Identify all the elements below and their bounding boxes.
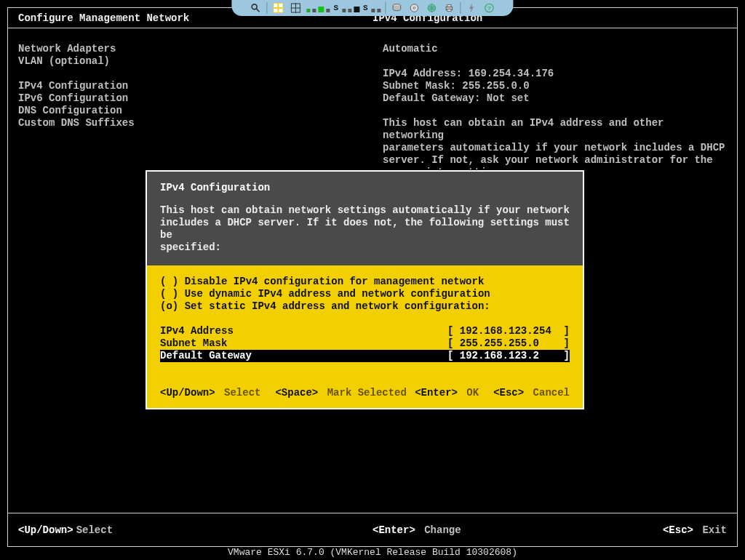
footer-enter-key: <Enter> <box>372 524 415 536</box>
svg-rect-3 <box>274 4 277 7</box>
svg-line-1 <box>256 9 259 12</box>
info-mode: Automatic <box>383 43 727 55</box>
status-bar: VMware ESXi 6.7.0 (VMKernel Release Buil… <box>0 547 745 560</box>
action-space-label: Mark Selected <box>327 387 407 399</box>
globe-icon[interactable] <box>426 1 439 15</box>
info-gateway: Default Gateway: Not set <box>383 92 727 105</box>
radio-dynamic-ipv4[interactable]: ( ) Use dynamic IPv4 address and network… <box>160 288 570 300</box>
menu-item[interactable]: Custom DNS Suffixes <box>18 117 362 129</box>
action-updown-label: Select <box>224 387 260 399</box>
action-esc-label: Cancel <box>533 387 570 399</box>
info-help: server. If not, ask your network adminis… <box>383 154 727 167</box>
action-space-key: <Space> <box>275 387 318 399</box>
svg-point-12 <box>413 7 415 9</box>
dialog-desc: specified: <box>160 241 570 254</box>
info-ipv4: IPv4 Address: 169.254.34.176 <box>383 68 727 80</box>
magnifier-icon[interactable] <box>249 1 262 15</box>
info-mask: Subnet Mask: 255.255.0.0 <box>383 80 727 92</box>
menu-item[interactable]: Network Adapters <box>18 43 362 55</box>
svg-rect-16 <box>447 9 451 12</box>
action-esc-key: <Esc> <box>493 387 524 399</box>
footer-enter-label: Change <box>424 524 461 536</box>
svg-rect-15 <box>447 5 451 7</box>
ipv4-config-dialog: IPv4 Configuration This host can obtain … <box>146 170 584 409</box>
svg-rect-5 <box>274 9 277 12</box>
snap-icon[interactable] <box>289 1 302 15</box>
info-help: This host can obtain an IPv4 address and… <box>383 117 727 142</box>
lightning-icon[interactable] <box>466 1 479 15</box>
action-enter-label: OK <box>466 387 479 399</box>
footer-updown-label: Select <box>76 524 113 536</box>
disk-icon[interactable] <box>391 1 404 15</box>
dialog-actions: <Up/Down> Select <Space> Mark Selected <… <box>160 387 570 399</box>
footer-esc-key: <Esc> <box>663 524 693 536</box>
radio-disable-ipv4[interactable]: ( ) Disable IPv4 configuration for manag… <box>160 276 570 288</box>
footer-bar: <Up/Down> Select <Enter> Change <Esc> Ex… <box>8 513 737 546</box>
remote-console-toolbar[interactable]: S S ? <box>231 0 513 16</box>
dialog-title: IPv4 Configuration <box>160 182 570 194</box>
menu-item[interactable]: IPv6 Configuration <box>18 92 362 105</box>
action-updown-key: <Up/Down> <box>160 387 215 399</box>
default-gateway-field[interactable]: Default Gateway [ 192.168.123.2 ] <box>160 350 570 362</box>
footer-updown-key: <Up/Down> <box>18 524 73 536</box>
svg-text:?: ? <box>487 5 491 12</box>
svg-rect-4 <box>279 4 282 7</box>
subnet-mask-field[interactable]: Subnet Mask [ 255.255.255.0 ] <box>160 337 570 350</box>
traffic-indicator: S S <box>306 1 381 15</box>
menu-item[interactable]: DNS Configuration <box>18 105 362 117</box>
cd-icon[interactable] <box>408 1 421 15</box>
help-icon[interactable]: ? <box>483 1 496 15</box>
svg-rect-6 <box>279 9 282 12</box>
dialog-desc: includes a DHCP server. If it does not, … <box>160 217 570 241</box>
radio-static-ipv4[interactable]: (o) Set static IPv4 address and network … <box>160 300 570 313</box>
menu-item[interactable]: IPv4 Configuration <box>18 80 362 92</box>
dialog-desc: This host can obtain network settings au… <box>160 204 570 217</box>
menu-item[interactable]: VLAN (optional) <box>18 55 362 68</box>
footer-esc-label: Exit <box>702 524 727 536</box>
action-enter-key: <Enter> <box>415 387 458 399</box>
info-help: parameters automatically if your network… <box>383 142 727 154</box>
grid-icon[interactable] <box>271 1 284 15</box>
ipv4-address-field[interactable]: IPv4 Address [ 192.168.123.254 ] <box>160 325 570 337</box>
svg-point-0 <box>252 4 257 9</box>
printer-icon[interactable] <box>443 1 456 15</box>
